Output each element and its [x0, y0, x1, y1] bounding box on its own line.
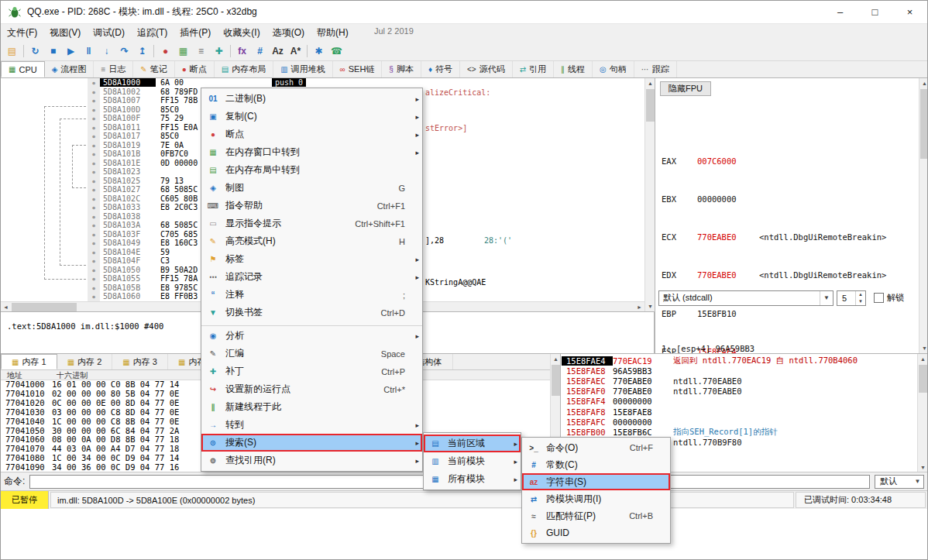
- toolbar-icon[interactable]: ↓: [98, 43, 115, 60]
- submenu-item[interactable]: ▥ 当前模块 ▸: [424, 452, 521, 470]
- scrollbar-thumb[interactable]: [920, 89, 928, 159]
- scroll-down-arrow[interactable]: ▼: [919, 343, 928, 353]
- toolbar-icon[interactable]: A*: [287, 43, 304, 60]
- chevron-down-icon[interactable]: ▼: [912, 478, 923, 485]
- submenu-item[interactable]: ▦ 所有模块 ▸: [424, 470, 521, 488]
- breakpoint-dot[interactable]: ●: [88, 203, 100, 212]
- scrollbar-thumb[interactable]: [552, 365, 560, 396]
- register-row[interactable]: EBX 00000000: [662, 194, 917, 204]
- view-tab[interactable]: ∞ SEH链: [333, 61, 383, 77]
- stack-row[interactable]: 15E8FAF4 00000000: [562, 397, 927, 407]
- toolbar-icon[interactable]: ■: [44, 43, 62, 60]
- view-tab[interactable]: ✎ 笔记: [133, 61, 174, 77]
- breakpoint-dot[interactable]: ●: [88, 132, 100, 141]
- view-tab[interactable]: ≡ 日志: [94, 61, 133, 77]
- hide-fpu-button[interactable]: 隐藏FPU: [660, 81, 711, 96]
- disasm-vertical-scrollbar[interactable]: ▲ ▼: [644, 78, 655, 311]
- breakpoint-dot[interactable]: ●: [88, 78, 100, 88]
- breakpoint-dot[interactable]: ●: [88, 266, 100, 275]
- scroll-up-arrow[interactable]: ▲: [645, 78, 655, 88]
- call-argument-row[interactable]: 1: [esp+4] 96A59BB3: [662, 345, 917, 353]
- submenu-item[interactable]: # 常数(C): [522, 456, 670, 473]
- scrollbar-thumb[interactable]: [919, 365, 927, 393]
- toolbar-icon[interactable]: ▦: [174, 43, 192, 60]
- registers-scrollbar[interactable]: ▲ ▼: [919, 78, 928, 353]
- submenu-item[interactable]: {} GUID: [522, 524, 670, 541]
- calling-convention-select[interactable]: 默认 (stdcall) ▼: [658, 290, 833, 306]
- breakpoint-dot[interactable]: ●: [88, 185, 100, 194]
- toolbar-icon[interactable]: ↻: [26, 43, 44, 60]
- scroll-down-arrow[interactable]: ▼: [645, 301, 655, 311]
- breakpoint-dot[interactable]: ●: [88, 239, 100, 248]
- toolbar-icon[interactable]: ↷: [115, 43, 133, 60]
- close-button[interactable]: ×: [892, 1, 927, 24]
- toolbar-icon[interactable]: ▶: [62, 43, 80, 60]
- submenu-item[interactable]: ⇄ 跨模块调用(I): [522, 490, 670, 507]
- submenu-item[interactable]: >_ 命令(O) Ctrl+F: [522, 439, 670, 456]
- scrollbar-thumb[interactable]: [646, 89, 655, 122]
- menu-bar-item[interactable]: 插件(P): [174, 24, 217, 41]
- submenu-item[interactable]: ≈ 匹配特征(P) Ctrl+B: [522, 507, 670, 524]
- breakpoint-dot[interactable]: ●: [88, 141, 100, 150]
- toolbar-icon[interactable]: ●: [156, 43, 174, 60]
- breakpoint-dot[interactable]: ●: [88, 194, 100, 204]
- menu-bar-item[interactable]: 帮助(H): [311, 24, 355, 41]
- context-menu-item[interactable]: “ 注释 ;: [201, 286, 422, 304]
- context-menu-item[interactable]: ⋯ 追踪记录 ▸: [201, 268, 422, 286]
- menu-bar-item[interactable]: 收藏夹(I): [217, 24, 266, 41]
- context-menu-item[interactable]: ⊙ 搜索(S) ▸: [201, 434, 422, 452]
- stepper-arrows-icon[interactable]: ▲▼: [855, 291, 865, 305]
- breakpoint-dot[interactable]: ●: [88, 123, 100, 132]
- view-tab[interactable]: ⇄ 引用: [513, 61, 554, 77]
- toolbar-icon[interactable]: ↥: [133, 43, 151, 60]
- toolbar-icon[interactable]: ✚: [210, 43, 228, 60]
- stack-row[interactable]: 15E8FB00 15E8FB6C 指向SEH_Record[1]的指针: [562, 427, 927, 437]
- breakpoint-dot[interactable]: ●: [88, 167, 100, 177]
- context-menu-item[interactable]: ✚ 补丁 Ctrl+P: [201, 362, 422, 380]
- register-row[interactable]: EAX 007C6000: [662, 156, 917, 166]
- scroll-up-arrow[interactable]: ▲: [918, 354, 928, 364]
- breakpoint-dot[interactable]: ●: [88, 159, 100, 168]
- breakpoint-dot[interactable]: ●: [88, 283, 100, 293]
- context-menu-item[interactable]: ⚑ 标签 ▸: [201, 250, 422, 268]
- scroll-up-arrow[interactable]: ▲: [919, 78, 928, 88]
- view-tab[interactable]: <> 源代码: [460, 61, 513, 77]
- context-menu-item[interactable]: [201, 321, 422, 327]
- context-menu-item[interactable]: ◈ 制图 G: [201, 179, 422, 197]
- context-menu-item[interactable]: → 转到 ▸: [201, 416, 422, 434]
- context-menu-item[interactable]: ▭ 显示指令提示 Ctrl+Shift+F1: [201, 215, 422, 232]
- toolbar-icon[interactable]: ‖: [80, 43, 98, 60]
- register-row[interactable]: EDX 770EABE0 <ntdll.DbgUiRemoteBreakin>: [662, 270, 917, 280]
- submenu-item[interactable]: ▤ 当前区域 ▸: [424, 435, 521, 452]
- context-menu-item[interactable]: ▤ 在内存布局中转到: [201, 161, 422, 179]
- menu-bar-item[interactable]: 追踪(T): [131, 24, 174, 41]
- breakpoint-dot[interactable]: ●: [88, 114, 100, 123]
- context-menu-item[interactable]: ✎ 高亮模式(H) H: [201, 232, 422, 250]
- view-tab[interactable]: ♦ 符号: [421, 61, 460, 77]
- breakpoint-dot[interactable]: ●: [88, 88, 100, 97]
- minimize-button[interactable]: –: [823, 1, 858, 24]
- menu-bar-item[interactable]: 选项(O): [266, 24, 311, 41]
- view-tab[interactable]: ◎ 句柄: [593, 61, 634, 77]
- toolbar-icon[interactable]: ☎: [328, 43, 345, 60]
- breakpoint-dot[interactable]: ●: [88, 248, 100, 257]
- breakpoint-dot[interactable]: ●: [88, 292, 100, 301]
- context-menu-item[interactable]: ▦ 在内存窗口中转到 ▸: [201, 143, 422, 161]
- stack-row[interactable]: 15E8FAFC 00000000: [562, 417, 927, 427]
- context-menu-item[interactable]: ∥ 新建线程于此: [201, 398, 422, 416]
- view-tab[interactable]: ⋯ 跟踪: [634, 61, 677, 77]
- view-tab[interactable]: ▤ 内存布局: [215, 61, 273, 77]
- register-row[interactable]: ECX 770EABE0 <ntdll.DbgUiRemoteBreakin>: [662, 232, 917, 242]
- view-tab[interactable]: ▦ CPU: [1, 61, 45, 77]
- toolbar-icon[interactable]: [304, 43, 310, 60]
- toolbar-icon[interactable]: ≡: [192, 43, 210, 60]
- stack-row[interactable]: 15E8FAF8 15E8FAE8: [562, 407, 927, 417]
- toolbar-icon[interactable]: [228, 43, 233, 60]
- breakpoint-dot[interactable]: ●: [88, 96, 100, 105]
- breakpoint-dot[interactable]: ●: [88, 177, 100, 186]
- scrollbar-thumb[interactable]: [12, 303, 77, 311]
- context-menu-item[interactable]: ⌨ 指令帮助 Ctrl+F1: [201, 197, 422, 215]
- context-menu-item[interactable]: ▣ 复制(C) ▸: [201, 108, 422, 125]
- context-menu-item[interactable]: ● 断点 ▸: [201, 125, 422, 143]
- stack-scrollbar[interactable]: ▲ ▼: [917, 354, 927, 472]
